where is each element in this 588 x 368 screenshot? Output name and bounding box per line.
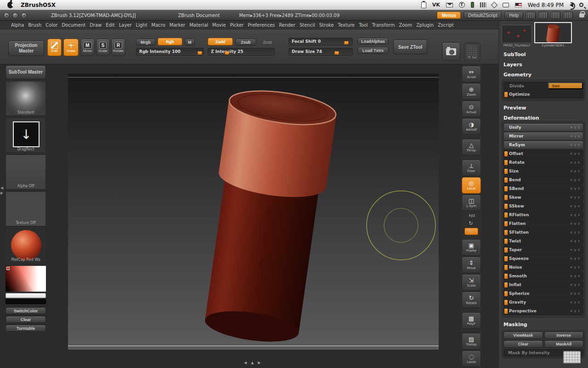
window-minimize-button[interactable] xyxy=(12,12,18,18)
zadd-button[interactable]: Zadd xyxy=(208,38,233,46)
axis-toggles[interactable]: x y z xyxy=(571,230,580,234)
switch-color-button[interactable]: SwitchColor xyxy=(6,307,46,314)
menu-item[interactable]: Render xyxy=(279,23,295,28)
deformation-row[interactable]: Inflat x y z xyxy=(503,281,583,289)
deformation-row[interactable]: RFlatten x y z xyxy=(503,211,583,219)
menu-item[interactable]: Picker xyxy=(230,23,244,28)
signal-bars-icon[interactable] xyxy=(480,2,486,7)
toolbar-button[interactable]: ⇔ Scroll xyxy=(462,66,481,82)
menubar-clock[interactable]: Wed 8:49 PM xyxy=(528,2,564,8)
axis-toggles[interactable]: x y z xyxy=(571,292,580,295)
slider-handle[interactable] xyxy=(504,291,508,296)
window-close-button[interactable] xyxy=(4,12,10,18)
menu-item[interactable]: Stroke xyxy=(319,23,334,28)
menu-item[interactable]: Edit xyxy=(106,23,114,28)
lock-icon[interactable] xyxy=(579,13,584,17)
menus-button[interactable]: Menus xyxy=(437,12,461,19)
axis-toggles[interactable]: x y z xyxy=(571,169,580,173)
menu-item[interactable]: Texture xyxy=(338,23,355,28)
toolbar-button[interactable]: ↻ xyxy=(464,220,478,227)
toolbar-button[interactable]: ⊕ Zoom xyxy=(462,83,481,100)
input-language-flag-icon[interactable] xyxy=(515,3,522,7)
focal-shift-slider[interactable]: Focal Shift 0 xyxy=(288,38,353,46)
toolbar-button[interactable]: ◑ AAHalf xyxy=(462,118,481,135)
window-zoom-button[interactable] xyxy=(21,12,27,18)
deformation-row[interactable]: Bend x y z xyxy=(503,176,583,184)
masking-button[interactable]: Clear xyxy=(503,340,543,348)
tool-thumbnail-pm3d[interactable]: PM3D_Thumbscr xyxy=(502,25,532,47)
turntable-button[interactable]: Turntable xyxy=(6,325,46,332)
toolbar-button[interactable]: ⇕ Move xyxy=(462,257,481,273)
deformation-row[interactable]: Offset x y z xyxy=(503,150,583,158)
divider-collapse-icon[interactable]: ◀ xyxy=(0,186,3,190)
deformation-row[interactable]: Noise x y z xyxy=(503,263,583,271)
subtool-master-button[interactable]: SubTool Master xyxy=(6,65,46,79)
menu-item[interactable]: Zscript xyxy=(438,23,454,28)
zsub-button[interactable]: Zsub xyxy=(235,39,256,46)
slider-handle[interactable] xyxy=(504,265,508,270)
masking-button[interactable]: ViewMask xyxy=(503,332,543,339)
slider-handle[interactable] xyxy=(504,300,508,305)
slider-handle[interactable] xyxy=(504,92,508,97)
axis-toggles[interactable]: x y z xyxy=(571,134,580,138)
deformation-row[interactable]: Rotate x y z xyxy=(503,158,583,167)
axis-toggles[interactable]: x y z xyxy=(571,152,580,155)
battery-icon[interactable] xyxy=(471,2,474,8)
divide-slider[interactable]: Divide Smt xyxy=(503,82,583,90)
rgb-intensity-slider[interactable]: Rgb Intensity 100 xyxy=(136,48,204,56)
slider-handle[interactable] xyxy=(334,51,339,55)
slider-handle[interactable] xyxy=(504,309,508,314)
slider-handle[interactable] xyxy=(504,274,508,279)
tool-thumbnail-cylinder[interactable]: Cylinder3D#1 xyxy=(534,22,572,47)
scale-button[interactable]: S Scale xyxy=(96,39,110,56)
slider-handle[interactable] xyxy=(198,51,202,55)
slider-handle[interactable] xyxy=(504,221,508,226)
menu-item[interactable]: Stencil xyxy=(300,23,315,28)
geometry-section-header[interactable]: Geometry xyxy=(503,72,585,78)
toolbar-button[interactable]: ↻ Rotate xyxy=(462,292,481,308)
menu-item[interactable]: Document xyxy=(62,23,85,28)
main-color-swatch[interactable] xyxy=(6,293,46,298)
menu-item[interactable]: Macro xyxy=(152,23,165,28)
slider-handle[interactable] xyxy=(344,41,349,45)
toolbar-button[interactable]: ↻ xyxy=(464,228,478,235)
axis-toggles[interactable]: x y z xyxy=(571,161,580,164)
axis-toggles[interactable]: x y z xyxy=(571,178,580,182)
menu-item[interactable]: Tool xyxy=(359,23,368,28)
menu-item[interactable]: Alpha xyxy=(11,23,24,28)
deformation-row[interactable]: Taper x y z xyxy=(503,246,583,254)
axis-toggles[interactable]: x y z xyxy=(571,187,580,190)
masking-section-header[interactable]: Masking xyxy=(503,322,585,328)
preview-section-header[interactable]: Preview xyxy=(503,105,585,111)
volume-icon[interactable] xyxy=(570,3,573,7)
deformation-row[interactable]: Squeeze x y z xyxy=(503,254,583,263)
menu-item[interactable]: Movie xyxy=(212,23,226,28)
slider-handle[interactable] xyxy=(504,186,508,191)
toolbar-button[interactable]: ◌ Lasso xyxy=(462,351,481,367)
color-picker-cursor[interactable] xyxy=(6,267,10,270)
z-intensity-slider[interactable]: Z Intensity 25 xyxy=(208,48,275,56)
scroll-right-icon[interactable]: ▶ xyxy=(258,361,260,365)
keyboard-shortcuts-icon[interactable] xyxy=(563,351,581,363)
menu-item[interactable]: Zoom xyxy=(399,23,412,28)
slider-rack-icon[interactable] xyxy=(526,12,536,19)
deformation-row[interactable]: Unify x y z xyxy=(503,123,583,132)
draw-size-slider[interactable]: Draw Size 74 xyxy=(288,48,353,56)
axis-toggles[interactable]: x y z xyxy=(571,309,580,313)
toolbar-button[interactable]: ▨ Transp xyxy=(462,333,481,350)
slider-handle[interactable] xyxy=(504,178,508,183)
default-zscript-button[interactable]: DefaultZScript xyxy=(464,12,502,19)
toolbar-button[interactable]: ▣ Frame xyxy=(462,239,481,256)
axis-toggles[interactable]: x y z xyxy=(571,239,580,243)
current-material-thumbnail[interactable]: MatCap Red Wa xyxy=(6,228,46,263)
mrgb-button[interactable]: Mrgb xyxy=(136,39,155,46)
deformation-row[interactable]: Mirror x y z xyxy=(503,132,583,140)
deformation-row[interactable]: Twist x y z xyxy=(503,237,583,245)
slider-handle[interactable] xyxy=(225,51,229,55)
load-txtrs-button[interactable]: Load Txtrs xyxy=(357,47,389,54)
pt-sel-indicator[interactable]: Pt Sel xyxy=(464,42,481,61)
current-stroke-thumbnail[interactable]: DragRect xyxy=(6,118,46,153)
deformation-row[interactable]: Smooth x y z xyxy=(503,272,583,280)
toolbar-button[interactable]: ◎ Local xyxy=(462,177,481,194)
menu-item[interactable]: Layer xyxy=(119,23,132,28)
